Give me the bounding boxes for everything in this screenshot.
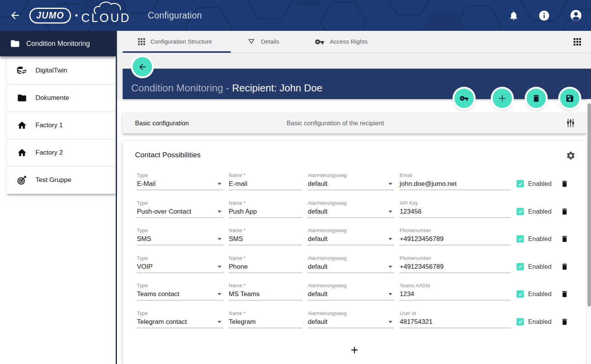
- enabled-checkbox[interactable]: [517, 235, 524, 243]
- name-input[interactable]: SMS: [229, 234, 302, 245]
- enabled-checkbox[interactable]: [517, 263, 524, 270]
- name-input[interactable]: Phone: [229, 262, 302, 273]
- trash-icon: [561, 317, 569, 326]
- name-input[interactable]: Telegram: [229, 317, 302, 328]
- tab-details[interactable]: Details: [247, 38, 279, 46]
- contact-detail-input[interactable]: john.doe@jumo.net: [400, 179, 511, 190]
- row-controls: Enabled: [517, 200, 586, 218]
- recipient-title-prefix: Condition Monitoring -: [131, 82, 232, 94]
- contact-row: Type Push-over Contact Name * Push App: [137, 200, 586, 218]
- add-button[interactable]: [493, 89, 512, 108]
- type-label: Type: [137, 200, 223, 207]
- contact-detail-label: Email: [400, 172, 511, 179]
- sidebar-item[interactable]: Dokumente: [7, 84, 116, 112]
- delete-row-button[interactable]: [561, 207, 569, 216]
- name-input[interactable]: MS Teams: [229, 289, 302, 300]
- back-arrow-icon[interactable]: [9, 10, 21, 21]
- band-left-margin: [117, 69, 123, 99]
- sidebar-item[interactable]: Factory 2: [7, 139, 116, 167]
- delete-row-button[interactable]: [561, 234, 569, 243]
- sidebar-item[interactable]: Test Gruppe: [7, 167, 116, 194]
- scrollbar-track[interactable]: [586, 99, 591, 364]
- name-field: Name * Telegram: [229, 310, 302, 328]
- alarm-route-select[interactable]: default: [308, 262, 394, 273]
- access-key-button[interactable]: [454, 89, 474, 108]
- alarm-route-field: Alarmierungsweg default: [308, 200, 394, 218]
- type-select[interactable]: E-Mail: [137, 179, 223, 190]
- row-controls: Enabled: [517, 172, 586, 190]
- delete-row-button[interactable]: [561, 290, 569, 298]
- back-button[interactable]: [133, 57, 152, 76]
- contact-detail-field: User Id 481754321: [400, 310, 511, 328]
- name-field: Name * SMS: [229, 227, 302, 245]
- sidebar-item[interactable]: DigitalTwin: [7, 57, 116, 84]
- jumo-logo: JUMO: [29, 8, 71, 24]
- alarm-route-select[interactable]: default: [308, 179, 394, 190]
- delete-row-button[interactable]: [561, 262, 569, 271]
- contact-detail-field: Email john.doe@jumo.net: [400, 172, 511, 190]
- row-controls: Enabled: [517, 227, 586, 245]
- contact-row: Type E-Mail Name * E-mail Alarmierung: [137, 172, 586, 190]
- type-label: Type: [137, 172, 223, 179]
- database-sync-icon: [17, 66, 27, 76]
- type-field: Type Teams contact: [137, 282, 223, 300]
- contact-detail-input[interactable]: +49123456789: [400, 234, 511, 245]
- logo-separator-dot: [75, 14, 78, 17]
- alarm-route-select[interactable]: default: [308, 207, 394, 218]
- type-select[interactable]: Telegram contact: [137, 317, 223, 328]
- tab-configuration-structure[interactable]: Configuration Structure: [138, 38, 212, 45]
- info-icon[interactable]: [538, 10, 550, 22]
- sidebar-item-label: Factory 1: [35, 121, 63, 129]
- tabbar-gap: [117, 53, 591, 69]
- cloud-logo: CLOUD: [81, 7, 131, 24]
- delete-button[interactable]: [527, 89, 546, 108]
- account-icon[interactable]: [569, 9, 583, 22]
- save-button[interactable]: [560, 89, 579, 108]
- sidebar-header-condition-monitoring[interactable]: Condition Monitoring: [0, 31, 116, 56]
- type-field: Type Push-over Contact: [137, 200, 223, 218]
- alarm-route-select[interactable]: default: [308, 289, 394, 300]
- delete-row-button[interactable]: [561, 179, 569, 188]
- sidebar-item[interactable]: Factory 1: [7, 112, 116, 139]
- check-icon: [518, 292, 523, 297]
- enabled-checkbox[interactable]: [517, 290, 524, 298]
- enabled-checkbox[interactable]: [517, 180, 524, 187]
- key-icon: [459, 94, 469, 103]
- tab-access-rights[interactable]: Access Rights: [315, 37, 368, 47]
- home-icon: [17, 148, 27, 158]
- scrollbar-thumb[interactable]: [588, 103, 591, 307]
- delete-row-button[interactable]: [561, 317, 569, 326]
- type-select[interactable]: Teams contact: [137, 289, 223, 300]
- contact-detail-label: User Id: [400, 310, 511, 317]
- add-contact-button[interactable]: +: [123, 344, 586, 356]
- type-select[interactable]: Push-over Contact: [137, 207, 223, 218]
- gear-icon[interactable]: [566, 151, 576, 160]
- alarm-route-select[interactable]: default: [308, 234, 394, 245]
- enabled-checkbox[interactable]: [517, 318, 524, 325]
- alarm-route-label: Alarmierungsweg: [308, 255, 394, 262]
- chevron-down-icon: [218, 266, 221, 268]
- row-controls: Enabled: [517, 255, 586, 273]
- enabled-checkbox[interactable]: [517, 208, 524, 215]
- name-input[interactable]: E-mail: [229, 179, 302, 190]
- chevron-down-icon: [388, 266, 392, 268]
- trash-icon: [561, 290, 569, 298]
- alarm-route-label: Alarmierungsweg: [308, 227, 394, 234]
- contact-detail-label: Teams AADId: [400, 282, 511, 289]
- type-select[interactable]: SMS: [137, 234, 223, 245]
- contact-detail-input[interactable]: 123456: [400, 207, 511, 218]
- type-select[interactable]: VOIP: [137, 262, 223, 273]
- contact-detail-input[interactable]: +49123456789: [400, 262, 511, 273]
- bell-icon[interactable]: [508, 10, 519, 21]
- page-title: Configuration: [148, 10, 202, 21]
- sidebar-item-label: Factory 2: [35, 149, 63, 157]
- name-input[interactable]: Push App: [229, 207, 302, 218]
- trash-icon: [561, 234, 569, 243]
- check-icon: [518, 319, 523, 324]
- alarm-route-select[interactable]: default: [308, 317, 394, 328]
- grid-icon[interactable]: [574, 38, 581, 46]
- sliders-icon[interactable]: [566, 118, 576, 128]
- contact-detail-input[interactable]: 1234: [400, 289, 511, 300]
- grid-icon: [138, 38, 145, 45]
- contact-detail-input[interactable]: 481754321: [400, 317, 511, 328]
